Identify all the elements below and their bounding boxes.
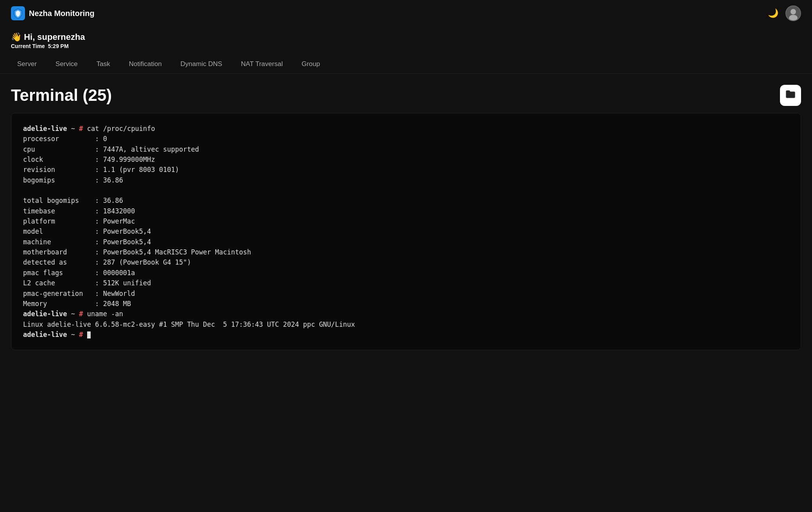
greeting-bar: 👋 Hi, supernezha Current Time 5:29 PM <box>0 27 812 52</box>
nav-item-server[interactable]: Server <box>8 55 46 73</box>
prompt-cmd-2: uname -an <box>83 310 123 318</box>
page-title: Terminal (25) <box>11 86 112 105</box>
prompt-host-1: adelie-live <box>23 125 67 132</box>
nav-item-dynamic-dns[interactable]: Dynamic DNS <box>171 55 232 73</box>
nav-item-task[interactable]: Task <box>87 55 120 73</box>
page-header: Terminal (25) <box>11 85 801 106</box>
prompt-host-3: adelie-live <box>23 331 67 338</box>
folder-button[interactable] <box>780 85 801 106</box>
prompt-tilde-2: ~ <box>67 310 79 318</box>
nav-item-group[interactable]: Group <box>292 55 329 73</box>
terminal-cursor <box>87 331 91 338</box>
logo-icon <box>11 6 25 20</box>
prompt-host-2: adelie-live <box>23 310 67 318</box>
dark-mode-toggle[interactable]: 🌙 <box>768 8 778 18</box>
greeting-title: 👋 Hi, supernezha <box>11 32 801 42</box>
greeting-emoji: 👋 <box>11 32 24 42</box>
greeting-time: Current Time 5:29 PM <box>11 43 801 49</box>
folder-icon <box>785 89 796 102</box>
terminal-output[interactable]: adelie-live ~ # cat /proc/cpuinfo proces… <box>11 113 801 350</box>
nav-item-service[interactable]: Service <box>46 55 87 73</box>
header-left: Nezha Monitoring <box>11 6 95 20</box>
header-right: 🌙 <box>768 5 801 21</box>
prompt-cmd-1: cat /proc/cpuinfo <box>83 125 155 132</box>
prompt-hash-2: # <box>79 310 83 318</box>
prompt-hash-3: # <box>79 331 83 338</box>
header: Nezha Monitoring 🌙 <box>0 0 812 27</box>
app-title: Nezha Monitoring <box>29 9 95 18</box>
avatar[interactable] <box>785 5 801 21</box>
main-nav: Server Service Task Notification Dynamic… <box>0 52 812 74</box>
svg-point-2 <box>791 9 796 14</box>
prompt-tilde-1: ~ <box>67 125 79 132</box>
greeting-text: Hi, supernezha <box>24 32 85 42</box>
main-content: Terminal (25) adelie-live ~ # cat /proc/… <box>0 74 812 361</box>
prompt-tilde-3: ~ <box>67 331 79 338</box>
current-time-label: Current Time <box>11 43 45 49</box>
prompt-hash-1: # <box>79 125 83 132</box>
nav-item-nat-traversal[interactable]: NAT Traversal <box>232 55 292 73</box>
avatar-image <box>786 6 800 20</box>
current-time-value: 5:29 PM <box>48 43 69 49</box>
moon-icon: 🌙 <box>768 8 778 18</box>
nav-item-notification[interactable]: Notification <box>120 55 171 73</box>
terminal-content: adelie-live ~ # cat /proc/cpuinfo proces… <box>23 124 789 340</box>
prompt-cmd-3 <box>83 331 87 338</box>
